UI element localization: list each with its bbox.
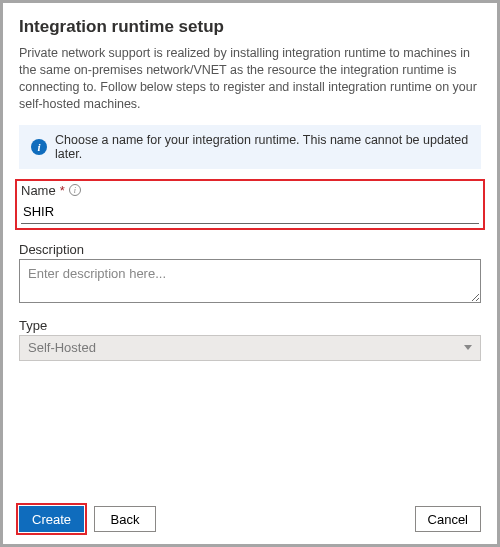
cancel-button[interactable]: Cancel bbox=[415, 506, 481, 532]
info-hint-icon[interactable]: i bbox=[69, 184, 81, 196]
name-field-group: Name * i bbox=[15, 179, 485, 230]
description-label-row: Description bbox=[19, 242, 481, 257]
description-textarea[interactable] bbox=[19, 259, 481, 303]
info-icon: i bbox=[31, 139, 47, 155]
type-select: Self-Hosted bbox=[19, 335, 481, 361]
type-label-row: Type bbox=[19, 318, 481, 333]
back-button[interactable]: Back bbox=[94, 506, 156, 532]
description-label: Description bbox=[19, 242, 84, 257]
page-title: Integration runtime setup bbox=[19, 17, 481, 37]
description-field-group: Description bbox=[19, 242, 481, 306]
intro-text: Private network support is realized by i… bbox=[19, 45, 481, 113]
info-text: Choose a name for your integration runti… bbox=[55, 133, 469, 161]
name-label-row: Name * i bbox=[21, 183, 479, 198]
type-field-group: Type Self-Hosted bbox=[19, 318, 481, 361]
integration-runtime-setup-panel: Integration runtime setup Private networ… bbox=[0, 0, 500, 547]
type-value: Self-Hosted bbox=[28, 340, 96, 355]
create-button[interactable]: Create bbox=[19, 506, 84, 532]
name-label: Name bbox=[21, 183, 56, 198]
type-label: Type bbox=[19, 318, 47, 333]
footer-bar: Create Back Cancel bbox=[19, 506, 481, 532]
required-marker: * bbox=[60, 183, 65, 198]
info-bar: i Choose a name for your integration run… bbox=[19, 125, 481, 169]
name-input[interactable] bbox=[21, 200, 479, 224]
chevron-down-icon bbox=[464, 345, 472, 350]
